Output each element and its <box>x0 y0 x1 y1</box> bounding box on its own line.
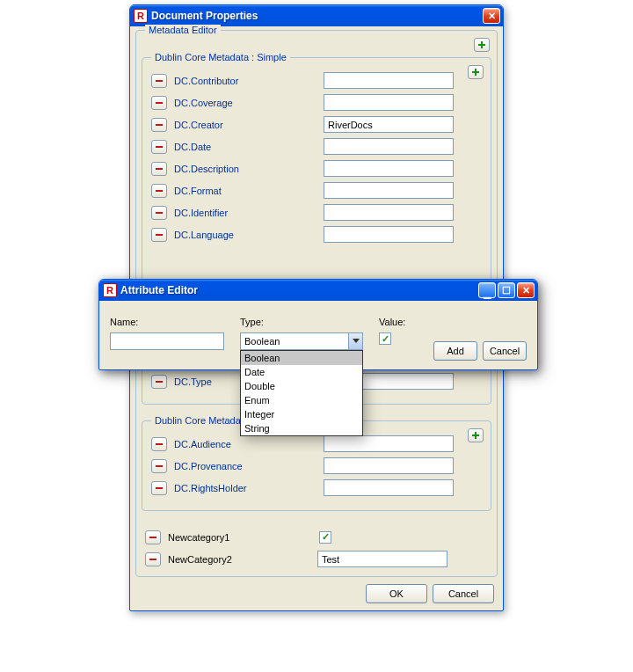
metadata-row: DC.RightsHolder <box>151 478 484 498</box>
metadata-editor-legend: Metadata Editor <box>145 25 221 35</box>
remove-button[interactable] <box>151 481 167 495</box>
svg-rect-7 <box>156 146 163 148</box>
maximize-button[interactable]: ☐ <box>498 282 515 298</box>
metadata-row: DC.Date <box>151 136 484 157</box>
attrib-title: Attribute Editor <box>120 284 478 296</box>
metadata-row: NewCategory2 <box>145 549 491 569</box>
chevron-down-icon[interactable] <box>348 333 362 349</box>
dc-simple-legend: Dublin Core Metadata : Simple <box>151 52 290 62</box>
metadata-label: DC.Date <box>174 142 324 152</box>
app-icon: R <box>103 283 117 297</box>
metadata-row: DC.Creator <box>151 114 484 135</box>
metadata-input[interactable] <box>324 457 454 474</box>
svg-rect-20 <box>149 559 156 560</box>
metadata-row: DC.Identifier <box>151 202 484 223</box>
metadata-label: DC.Format <box>174 186 324 196</box>
titlebar-attrib: R Attribute Editor ▁ ☐ ✕ <box>99 280 537 301</box>
remove-button[interactable] <box>151 96 167 110</box>
value-checkbox[interactable]: ✓ <box>379 332 391 345</box>
type-select[interactable]: Boolean BooleanDateDoubleEnumIntegerStri… <box>240 332 363 350</box>
add-category-button[interactable] <box>474 38 490 52</box>
metadata-input[interactable] <box>324 479 454 496</box>
add-button[interactable]: Add <box>433 341 477 361</box>
metadata-checkbox[interactable]: ✓ <box>319 531 331 544</box>
attrib-close-button[interactable]: ✕ <box>517 282 535 298</box>
remove-button[interactable] <box>151 140 167 154</box>
metadata-label: NewCategory2 <box>168 554 317 565</box>
svg-rect-15 <box>472 435 479 436</box>
close-button[interactable]: ✕ <box>483 8 500 24</box>
metadata-input[interactable] <box>324 94 454 111</box>
svg-rect-5 <box>156 102 163 104</box>
name-input[interactable] <box>110 332 224 350</box>
metadata-input[interactable] <box>324 226 454 243</box>
window-title: Document Properties <box>151 10 483 22</box>
svg-rect-1 <box>478 44 485 46</box>
remove-button[interactable] <box>151 206 167 220</box>
metadata-label: DC.Audience <box>174 439 324 449</box>
metadata-row: DC.Language <box>151 224 484 245</box>
metadata-label: DC.Language <box>174 230 324 240</box>
metadata-label: DC.Identifier <box>174 208 324 218</box>
remove-button[interactable] <box>151 375 167 389</box>
ok-button[interactable]: OK <box>366 584 427 603</box>
name-label: Name: <box>110 317 224 327</box>
app-icon: R <box>134 9 148 23</box>
type-option[interactable]: Enum <box>241 393 362 407</box>
metadata-row: DC.Audience <box>151 434 484 454</box>
metadata-input[interactable] <box>324 72 454 89</box>
svg-rect-3 <box>472 71 479 73</box>
cancel-button[interactable]: Cancel <box>433 584 494 603</box>
metadata-label: DC.Creator <box>174 120 324 130</box>
remove-button[interactable] <box>151 437 167 451</box>
remove-button[interactable] <box>151 184 167 198</box>
minimize-button[interactable]: ▁ <box>478 282 496 298</box>
metadata-label: DC.Description <box>174 164 324 174</box>
attribute-editor-window-wrap: R Attribute Editor ▁ ☐ ✕ Name: Type: Boo… <box>98 279 538 370</box>
metadata-row: Newcategory1✓ <box>145 527 491 547</box>
remove-button[interactable] <box>145 552 161 566</box>
svg-rect-8 <box>156 168 163 170</box>
remove-button[interactable] <box>145 530 161 544</box>
attribute-editor-window: R Attribute Editor ▁ ☐ ✕ Name: Type: Boo… <box>98 279 538 370</box>
metadata-row: DC.Provenance <box>151 456 484 476</box>
add-qualified-button[interactable] <box>468 428 484 442</box>
add-simple-button[interactable] <box>468 65 484 79</box>
metadata-input[interactable] <box>324 204 454 221</box>
metadata-input[interactable] <box>317 551 447 567</box>
metadata-row: DC.Description <box>151 158 484 179</box>
metadata-input[interactable] <box>324 160 454 177</box>
metadata-row: DC.Coverage <box>151 92 484 113</box>
metadata-row: DC.Format <box>151 180 484 201</box>
svg-marker-21 <box>353 339 360 343</box>
svg-rect-13 <box>156 381 163 383</box>
metadata-label: DC.Contributor <box>174 76 324 86</box>
metadata-label: Newcategory1 <box>168 532 317 543</box>
metadata-row: DC.Contributor <box>151 70 484 91</box>
metadata-input[interactable] <box>324 435 454 452</box>
type-option[interactable]: Boolean <box>241 351 362 365</box>
svg-rect-19 <box>149 537 156 538</box>
remove-button[interactable] <box>151 74 167 88</box>
type-option[interactable]: Double <box>241 379 362 393</box>
type-option[interactable]: Integer <box>241 407 362 421</box>
metadata-label: DC.Coverage <box>174 98 324 108</box>
titlebar-docprops: R Document Properties ✕ <box>130 5 503 26</box>
svg-rect-10 <box>156 212 163 214</box>
value-label: Value: <box>379 317 411 327</box>
metadata-input[interactable] <box>324 182 454 199</box>
remove-button[interactable] <box>151 162 167 176</box>
attr-cancel-button[interactable]: Cancel <box>483 341 527 361</box>
svg-rect-18 <box>156 487 163 489</box>
type-option[interactable]: Date <box>241 365 362 379</box>
remove-button[interactable] <box>151 118 167 132</box>
svg-rect-17 <box>156 465 163 467</box>
metadata-input[interactable] <box>324 138 454 155</box>
metadata-label: DC.RightsHolder <box>174 483 324 493</box>
type-option[interactable]: String <box>241 421 362 435</box>
remove-button[interactable] <box>151 459 167 473</box>
remove-button[interactable] <box>151 228 167 242</box>
type-dropdown[interactable]: BooleanDateDoubleEnumIntegerString <box>240 350 363 436</box>
metadata-input[interactable] <box>324 116 454 133</box>
metadata-label: DC.Provenance <box>174 461 324 471</box>
